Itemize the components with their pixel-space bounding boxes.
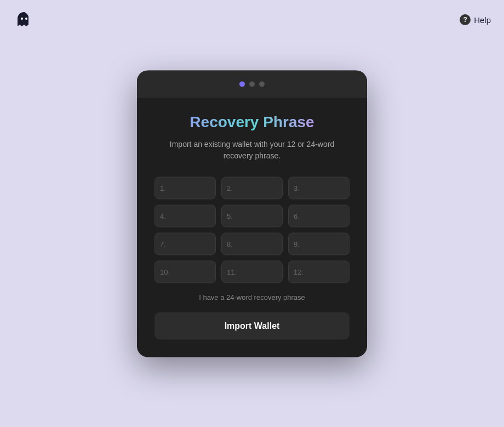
toggle-24-word[interactable]: I have a 24-word recovery phrase	[154, 293, 350, 301]
phrase-input-6[interactable]	[288, 204, 350, 227]
phrase-input-2[interactable]	[221, 177, 283, 199]
phrase-input-9[interactable]	[288, 232, 350, 255]
phrase-input-1[interactable]	[154, 177, 216, 199]
phrase-input-12[interactable]	[288, 260, 350, 283]
step-dot-3	[259, 81, 265, 87]
step-dot-2	[249, 81, 255, 87]
svg-point-1	[25, 18, 27, 20]
phrase-input-3[interactable]	[288, 177, 350, 199]
phrase-input-7[interactable]	[154, 232, 216, 255]
phrase-input-8[interactable]	[221, 232, 283, 255]
phrase-field-10: 10.	[154, 260, 216, 283]
phrase-field-8: 8.	[221, 232, 283, 255]
phrase-field-6: 6.	[288, 204, 350, 227]
phrase-input-4[interactable]	[154, 204, 216, 227]
phrase-input-10[interactable]	[154, 260, 216, 283]
help-label: Help	[474, 15, 491, 25]
phrase-field-5: 5.	[221, 204, 283, 227]
import-wallet-button[interactable]: Import Wallet	[154, 312, 350, 339]
step-dots	[239, 81, 265, 87]
phrase-grid: 1. 2. 3. 4. 5.	[154, 177, 350, 283]
recovery-modal: Recovery Phrase Import an existing walle…	[137, 70, 367, 357]
phrase-field-7: 7.	[154, 232, 216, 255]
app-logo	[13, 9, 35, 31]
phrase-field-1: 1.	[154, 177, 216, 199]
help-button[interactable]: ? Help	[460, 14, 491, 25]
svg-point-0	[21, 18, 23, 20]
phrase-input-11[interactable]	[221, 260, 283, 283]
modal-title: Recovery Phrase	[154, 113, 350, 130]
help-icon: ?	[460, 14, 471, 25]
modal-header	[137, 70, 367, 98]
phrase-input-5[interactable]	[221, 204, 283, 227]
phrase-field-9: 9.	[288, 232, 350, 255]
phrase-field-11: 11.	[221, 260, 283, 283]
modal-body: Recovery Phrase Import an existing walle…	[137, 98, 367, 357]
top-bar: ? Help	[0, 0, 504, 39]
phrase-field-12: 12.	[288, 260, 350, 283]
phrase-field-4: 4.	[154, 204, 216, 227]
modal-subtitle: Import an existing wallet with your 12 o…	[154, 138, 350, 161]
step-dot-1	[239, 81, 245, 87]
phrase-field-3: 3.	[288, 177, 350, 199]
phrase-field-2: 2.	[221, 177, 283, 199]
